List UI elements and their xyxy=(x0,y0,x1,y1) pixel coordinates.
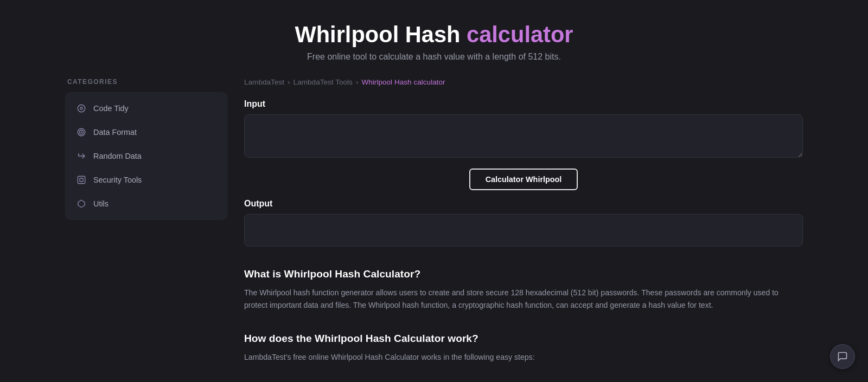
security-tools-icon xyxy=(76,174,87,185)
sidebar-item-label: Random Data xyxy=(93,152,142,160)
breadcrumb: LambdaTest › LambdaTest Tools › Whirlpoo… xyxy=(244,78,803,86)
sidebar-item-label: Security Tools xyxy=(93,176,142,184)
sidebar-item-security-tools[interactable]: Security Tools xyxy=(65,168,228,192)
output-label: Output xyxy=(244,199,803,209)
sidebar-item-utils[interactable]: Utils xyxy=(65,192,228,216)
svg-point-1 xyxy=(80,107,83,110)
sidebar-item-label: Code Tidy xyxy=(93,104,129,113)
sidebar-item-data-format[interactable]: Data Format xyxy=(65,120,228,144)
sidebar-item-label: Data Format xyxy=(93,128,137,137)
data-format-icon xyxy=(76,127,87,138)
info-text-1: The Whirlpool hash function generator al… xyxy=(244,287,803,311)
svg-point-0 xyxy=(78,105,85,112)
breadcrumb-lambdatest-tools[interactable]: LambdaTest Tools xyxy=(293,78,353,86)
output-section: Output xyxy=(244,199,803,247)
page-title: Whirlpool Hash calculator xyxy=(11,22,857,48)
main-content: LambdaTest › LambdaTest Tools › Whirlpoo… xyxy=(244,78,803,364)
breadcrumb-sep-1: › xyxy=(288,78,290,86)
info-section-1: What is Whirlpool Hash Calculator? The W… xyxy=(244,268,803,311)
output-display xyxy=(244,214,803,247)
sidebar-item-code-tidy[interactable]: Code Tidy xyxy=(65,96,228,120)
breadcrumb-lambdatest[interactable]: LambdaTest xyxy=(244,78,284,86)
breadcrumb-current: Whirlpool Hash calculator xyxy=(361,78,445,86)
input-textarea[interactable] xyxy=(244,114,803,158)
page-subtitle: Free online tool to calculate a hash val… xyxy=(11,52,857,62)
input-label: Input xyxy=(244,99,803,109)
svg-rect-6 xyxy=(80,178,83,182)
sidebar-card: Code Tidy Data Format xyxy=(65,92,228,220)
random-data-icon xyxy=(76,151,87,161)
svg-rect-5 xyxy=(78,176,85,184)
calculate-button[interactable]: Calculator Whirlpool xyxy=(469,169,578,190)
main-layout: CATEGORIES Code Tidy xyxy=(54,78,814,364)
info-section-2: How does the Whirlpool Hash Calculator w… xyxy=(244,333,803,364)
sidebar-item-label: Utils xyxy=(93,199,108,208)
page-header: Whirlpool Hash calculator Free online to… xyxy=(0,0,868,78)
svg-marker-7 xyxy=(78,200,85,208)
sidebar-item-random-data[interactable]: Random Data xyxy=(65,144,228,168)
info-text-2: LambdaTest's free online Whirlpool Hash … xyxy=(244,351,803,364)
info-title-1: What is Whirlpool Hash Calculator? xyxy=(244,268,803,280)
sidebar: CATEGORIES Code Tidy xyxy=(65,78,228,364)
svg-point-4 xyxy=(81,132,82,133)
input-section: Input xyxy=(244,99,803,160)
utils-icon xyxy=(76,198,87,209)
info-title-2: How does the Whirlpool Hash Calculator w… xyxy=(244,333,803,345)
sidebar-section-title: CATEGORIES xyxy=(65,78,228,86)
chat-button[interactable] xyxy=(830,344,855,369)
code-tidy-icon xyxy=(76,103,87,114)
breadcrumb-sep-2: › xyxy=(356,78,359,86)
